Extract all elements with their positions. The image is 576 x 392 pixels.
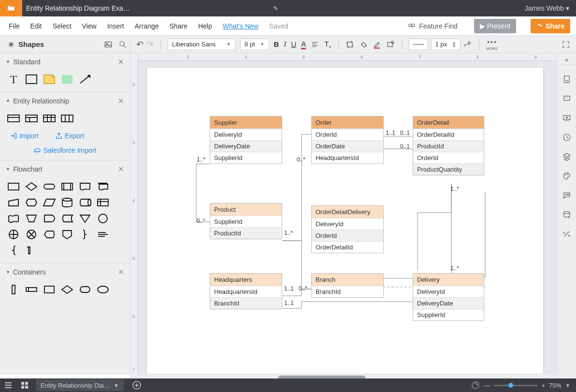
menu-help[interactable]: Help <box>198 22 212 30</box>
fc-card[interactable] <box>25 245 38 256</box>
er-import-link[interactable]: Import <box>10 132 39 140</box>
fc-offpage[interactable] <box>60 229 74 240</box>
menu-file[interactable]: File <box>9 22 20 30</box>
shape-text[interactable]: T <box>7 73 20 85</box>
bold-icon[interactable]: B <box>274 40 279 48</box>
fc-predef[interactable] <box>60 181 74 192</box>
dock-present-icon[interactable] <box>560 109 574 127</box>
canvas[interactable]: Supplier DeliveryId DeliveryDate Supplie… <box>138 61 557 374</box>
fc-terminator[interactable] <box>43 181 56 192</box>
pencil-icon[interactable]: ✎ <box>273 5 278 12</box>
text-color-icon[interactable]: A <box>301 40 306 49</box>
fc-database[interactable] <box>60 197 74 208</box>
line-style-select[interactable] <box>409 39 428 50</box>
ct-3[interactable] <box>43 284 56 295</box>
fc-stored[interactable] <box>60 213 74 224</box>
shape-line[interactable] <box>78 73 92 85</box>
dock-history-icon[interactable] <box>560 129 574 146</box>
line-routing-icon[interactable] <box>463 40 472 49</box>
entity-headquarters[interactable]: Headquarters HeadquartersId BranchId <box>210 273 282 309</box>
zoom-out-icon[interactable]: — <box>484 382 490 389</box>
er-shape-4[interactable] <box>60 113 74 124</box>
section-standard[interactable]: ▼Standard✕ <box>6 53 124 71</box>
fc-merge[interactable] <box>78 213 92 224</box>
er-export-link[interactable]: Export <box>55 132 84 140</box>
entity-delivery[interactable]: Delivery DeliveryId DeliveryDate Supplie… <box>413 273 484 321</box>
autosave-icon[interactable] <box>471 381 480 390</box>
entity-product[interactable]: Product SupplierId ProductId <box>210 203 282 239</box>
fc-brace-l[interactable] <box>7 245 20 256</box>
fc-brace-r[interactable] <box>78 229 92 240</box>
shape-note[interactable] <box>43 73 56 85</box>
dock-theme-icon[interactable] <box>560 167 574 185</box>
dock-layers-icon[interactable] <box>560 148 574 165</box>
redo-icon[interactable]: ↷ <box>146 39 154 50</box>
shape-style-icon[interactable] <box>386 40 395 49</box>
user-menu[interactable]: James Webb ▾ <box>518 4 576 12</box>
fc-sum[interactable] <box>25 229 38 240</box>
section-entity-rel[interactable]: ▼Entity Relationship✕ <box>6 92 124 110</box>
crop-icon[interactable] <box>346 40 354 49</box>
ct-2[interactable] <box>25 284 38 295</box>
fullscreen-icon[interactable] <box>562 40 570 49</box>
close-icon[interactable]: ✕ <box>118 268 124 276</box>
er-shape-2[interactable] <box>25 113 38 124</box>
underline-icon[interactable]: U <box>291 40 296 48</box>
ct-1[interactable] <box>7 284 20 295</box>
fill-icon[interactable] <box>359 40 368 49</box>
shape-hotspot[interactable] <box>60 73 74 85</box>
grid-view-icon[interactable] <box>16 378 33 392</box>
menu-view[interactable]: View <box>82 22 97 30</box>
present-button[interactable]: ▶ Present <box>474 19 516 33</box>
zoom-value[interactable]: 75% <box>549 382 562 389</box>
fc-preparation[interactable] <box>25 197 38 208</box>
fc-note[interactable] <box>96 229 110 240</box>
folder-icon[interactable] <box>0 0 22 16</box>
fc-or[interactable] <box>7 229 20 240</box>
search-icon[interactable] <box>115 37 130 52</box>
font-family-select[interactable]: Liberation Sans▼ <box>168 39 235 50</box>
menu-whats-new[interactable]: What's New <box>223 22 259 30</box>
menu-select[interactable]: Select <box>53 22 72 30</box>
italic-icon[interactable]: I <box>284 40 286 48</box>
menu-insert[interactable]: Insert <box>107 22 124 30</box>
menu-arrange[interactable]: Arrange <box>135 22 159 30</box>
entity-order[interactable]: Order OrderId OrderDate HeadquartersId <box>311 116 384 164</box>
dock-chat-icon[interactable] <box>560 187 574 204</box>
entity-branch[interactable]: Branch BranchId <box>311 273 384 298</box>
ct-4[interactable] <box>60 284 74 295</box>
line-width-select[interactable]: 1 px▲▼ <box>431 39 461 50</box>
er-shape-3[interactable] <box>43 113 56 124</box>
border-color-icon[interactable] <box>373 40 381 49</box>
zoom-in-icon[interactable]: + <box>541 382 545 389</box>
dock-magic-icon[interactable] <box>560 225 574 243</box>
fc-manual-input[interactable] <box>7 197 20 208</box>
fc-manual-op[interactable] <box>25 213 38 224</box>
fc-multidoc[interactable] <box>96 181 110 192</box>
dock-database-icon[interactable] <box>560 206 574 223</box>
shapes-panel-toggle[interactable]: Shapes <box>0 40 101 49</box>
fc-internal[interactable] <box>96 197 110 208</box>
undo-icon[interactable]: ↶ <box>136 39 144 50</box>
align-icon[interactable] <box>311 40 319 49</box>
fc-process[interactable] <box>7 181 20 192</box>
insert-image-icon[interactable] <box>101 37 115 52</box>
fc-document[interactable] <box>78 181 92 192</box>
list-view-icon[interactable] <box>0 378 16 392</box>
page-tab[interactable]: Entity Relationship Dia…▼ <box>36 379 124 391</box>
feature-find-button[interactable]: Feature Find <box>407 22 457 30</box>
shape-block[interactable] <box>25 73 38 85</box>
er-salesforce-link[interactable]: Salesforce Import <box>6 146 124 160</box>
fc-paper-tape[interactable] <box>7 213 20 224</box>
menu-share[interactable]: Share <box>170 22 187 30</box>
add-page-icon[interactable] <box>129 378 145 392</box>
dock-comment-icon[interactable] <box>560 90 574 107</box>
more-button[interactable]: •••MORE <box>486 38 498 51</box>
zoom-slider[interactable] <box>494 385 537 386</box>
page[interactable]: Supplier DeliveryId DeliveryDate Supplie… <box>147 68 543 374</box>
close-icon[interactable]: ✕ <box>118 97 124 105</box>
fc-delay[interactable] <box>43 213 56 224</box>
entity-supplier[interactable]: Supplier DeliveryId DeliveryDate Supplie… <box>210 116 282 164</box>
close-icon[interactable]: ✕ <box>118 165 124 174</box>
fc-decision[interactable] <box>25 181 38 192</box>
